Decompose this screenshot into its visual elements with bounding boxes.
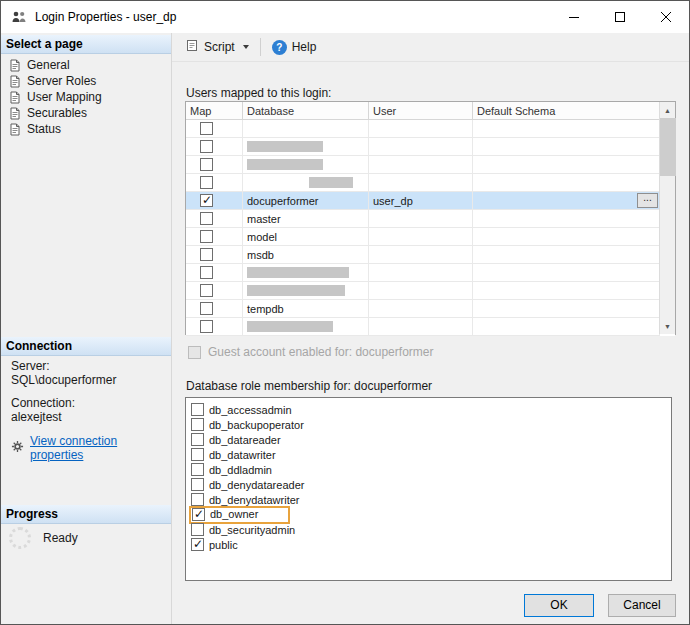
role-item-db_denydatawriter[interactable]: db_denydatawriter: [191, 492, 671, 507]
sidebar-item-label: General: [27, 58, 70, 72]
map-checkbox[interactable]: [200, 212, 213, 225]
close-button[interactable]: [643, 1, 689, 33]
table-row[interactable]: [186, 120, 675, 138]
map-checkbox[interactable]: [200, 158, 213, 171]
database-name: msdb: [247, 249, 274, 261]
page-icon: [9, 75, 21, 88]
role-checkbox[interactable]: [191, 478, 204, 491]
role-item-db_accessadmin[interactable]: db_accessadmin: [191, 402, 671, 417]
table-row[interactable]: msdb: [186, 246, 675, 264]
table-row[interactable]: model: [186, 228, 675, 246]
role-checkbox[interactable]: [191, 418, 204, 431]
map-checkbox[interactable]: [200, 302, 213, 315]
help-icon: ?: [272, 40, 287, 55]
table-row[interactable]: master: [186, 210, 675, 228]
role-checkbox[interactable]: [191, 493, 204, 506]
sidebar-item-user-mapping[interactable]: User Mapping: [3, 89, 169, 105]
role-item-db_datawriter[interactable]: db_datawriter: [191, 447, 671, 462]
role-checkbox[interactable]: [192, 508, 205, 521]
column-header-database: Database: [243, 102, 369, 120]
table-row[interactable]: [186, 264, 675, 282]
table-row[interactable]: [186, 138, 675, 156]
database-name: tempdb: [247, 303, 284, 315]
page-icon: [9, 123, 21, 136]
table-row[interactable]: tempdb: [186, 300, 675, 318]
scroll-up-icon[interactable]: ▲: [660, 102, 676, 118]
sidebar-item-label: Securables: [27, 106, 87, 120]
role-item-db_securityadmin[interactable]: db_securityadmin: [191, 522, 671, 537]
ok-button[interactable]: OK: [524, 594, 594, 617]
role-item-db_datareader[interactable]: db_datareader: [191, 432, 671, 447]
guest-account-checkbox: [188, 346, 201, 359]
table-row[interactable]: [186, 282, 675, 300]
toolbar: Script ? Help: [172, 33, 689, 62]
script-icon: [186, 39, 199, 55]
role-checkbox[interactable]: [191, 433, 204, 446]
map-checkbox[interactable]: [200, 284, 213, 297]
scroll-down-icon[interactable]: ▼: [660, 318, 676, 334]
redacted-database-name: [309, 177, 353, 188]
role-checkbox[interactable]: [191, 523, 204, 536]
column-header-default-schema: Default Schema: [473, 102, 660, 120]
sidebar-item-server-roles[interactable]: Server Roles: [3, 73, 169, 89]
toolbar-separator: [260, 38, 261, 56]
map-checkbox[interactable]: [200, 176, 213, 189]
sidebar-item-securables[interactable]: Securables: [3, 105, 169, 121]
database-name: master: [247, 213, 281, 225]
table-header-row: MapDatabaseUserDefault Schema: [186, 102, 675, 120]
role-item-public[interactable]: public: [191, 537, 671, 552]
role-checkbox[interactable]: [191, 403, 204, 416]
script-button[interactable]: Script: [181, 36, 254, 58]
redacted-database-name: [247, 141, 323, 152]
redacted-database-name: [247, 321, 333, 332]
map-checkbox[interactable]: [200, 248, 213, 261]
help-button[interactable]: ? Help: [267, 37, 322, 58]
redacted-database-name: [247, 285, 345, 296]
users-mapped-label: Users mapped to this login:: [186, 86, 331, 100]
cancel-button[interactable]: Cancel: [608, 594, 676, 617]
map-checkbox[interactable]: [200, 230, 213, 243]
role-label: public: [209, 539, 238, 551]
role-item-db_denydatareader[interactable]: db_denydatareader: [191, 477, 671, 492]
redacted-database-name: [247, 267, 349, 278]
map-checkbox[interactable]: [200, 266, 213, 279]
table-row[interactable]: [186, 318, 675, 336]
role-checkbox[interactable]: [191, 463, 204, 476]
connection-label: Connection:: [11, 396, 167, 410]
users-icon: [11, 9, 27, 25]
role-label: db_datawriter: [209, 449, 276, 461]
maximize-button[interactable]: [597, 1, 643, 33]
table-row[interactable]: [186, 174, 675, 192]
role-label: db_owner: [210, 508, 258, 520]
main-panel: Script ? Help Users mapped to this login…: [172, 33, 689, 624]
script-button-label: Script: [204, 40, 235, 54]
map-checkbox[interactable]: [200, 194, 213, 207]
redacted-database-name: [247, 159, 323, 170]
table-scrollbar[interactable]: ▲ ▼: [659, 102, 675, 334]
window-title: Login Properties - user_dp: [35, 10, 176, 24]
table-row[interactable]: [186, 156, 675, 174]
sidebar-item-general[interactable]: General: [3, 57, 169, 73]
role-checkbox[interactable]: [191, 538, 204, 551]
role-item-db_owner[interactable]: db_owner: [191, 507, 671, 522]
progress-header: Progress: [1, 505, 171, 524]
select-a-page-header: Select a page: [1, 35, 171, 54]
map-checkbox[interactable]: [200, 122, 213, 135]
map-checkbox[interactable]: [200, 320, 213, 333]
role-item-db_ddladmin[interactable]: db_ddladmin: [191, 462, 671, 477]
view-connection-properties-link[interactable]: View connection properties: [30, 434, 167, 462]
table-row[interactable]: docuperformeruser_dp...: [186, 192, 675, 210]
role-list: db_accessadmindb_backupoperatordb_datare…: [185, 397, 672, 581]
close-icon: [661, 12, 671, 22]
sidebar-item-status[interactable]: Status: [3, 121, 169, 137]
progress-status: Ready: [43, 531, 78, 545]
minimize-button[interactable]: [551, 1, 597, 33]
role-item-db_backupoperator[interactable]: db_backupoperator: [191, 417, 671, 432]
role-checkbox[interactable]: [191, 448, 204, 461]
titlebar: Login Properties - user_dp: [1, 1, 689, 33]
map-checkbox[interactable]: [200, 140, 213, 153]
chevron-down-icon: [243, 45, 249, 49]
browse-schema-button[interactable]: ...: [637, 193, 658, 208]
user-name: user_dp: [373, 195, 413, 207]
scroll-thumb[interactable]: [660, 118, 676, 176]
